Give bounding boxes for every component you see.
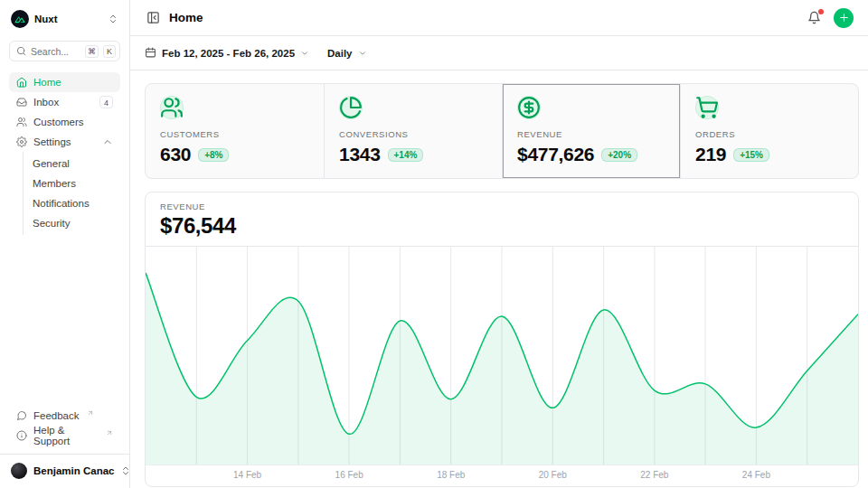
x-axis-tick-label: 18 Feb — [437, 470, 465, 480]
gear-icon — [16, 136, 27, 147]
sidebar-subnav: GeneralMembersNotificationsSecurity — [23, 152, 120, 235]
user-name: Benjamin Canac — [33, 465, 114, 476]
stat-value-row: 1343+14% — [339, 143, 487, 166]
stat-value: 630 — [160, 143, 191, 166]
stat-label: CUSTOMERS — [160, 129, 309, 140]
page-title: Home — [169, 11, 203, 24]
user-menu[interactable]: Benjamin Canac — [9, 463, 120, 479]
sidebar-divider — [0, 454, 129, 455]
sidebar-subitem-notifications[interactable]: Notifications — [24, 193, 120, 213]
avatar — [11, 463, 27, 479]
sidebar-subitem-general[interactable]: General — [24, 154, 120, 174]
main-area: Home Feb 12, 2025 - Feb 26, 2025 Daily — [130, 0, 868, 488]
top-header: Home — [130, 0, 868, 36]
x-axis-tick-label: 14 Feb — [233, 470, 261, 480]
stat-card-conversions[interactable]: CONVERSIONS1343+14% — [324, 84, 502, 178]
sidebar-item-label: Home — [33, 77, 61, 88]
search-icon — [16, 46, 26, 56]
sidebar-link-feedback[interactable]: Feedback — [9, 406, 120, 426]
sidebar-item-label: Settings — [33, 136, 71, 147]
sidebar-subitem-members[interactable]: Members — [24, 174, 120, 193]
sidebar-link-label: Help & Support — [33, 425, 99, 446]
sidebar-footer-links: FeedbackHelp & Support — [9, 406, 120, 446]
stat-delta-badge: +14% — [388, 148, 424, 162]
stat-value: 219 — [695, 143, 726, 166]
chart-title: REVENUE — [160, 202, 844, 212]
x-axis-tick-label: 22 Feb — [640, 470, 668, 480]
stat-value-row: 219+15% — [695, 143, 844, 166]
chart-pie-icon — [339, 96, 363, 119]
stat-value: 1343 — [339, 143, 381, 166]
period-label: Daily — [327, 48, 353, 59]
circle-dollar-icon — [517, 96, 541, 119]
chevron-down-icon — [358, 49, 367, 58]
stat-delta-badge: +15% — [733, 148, 769, 162]
sidebar-nav: HomeInbox4CustomersSettingsGeneralMember… — [9, 72, 120, 235]
nuxt-logo-icon — [11, 10, 29, 28]
search-placeholder: Search... — [31, 46, 80, 57]
home-icon — [16, 77, 27, 88]
stat-card-customers[interactable]: CUSTOMERS630+8% — [146, 84, 324, 178]
external-link-icon — [106, 429, 113, 436]
sidebar: Nuxt Search... ⌘ K HomeInbox4CustomersSe… — [0, 0, 130, 488]
sidebar-toggle-button[interactable] — [145, 9, 162, 26]
period-select[interactable]: Daily — [327, 48, 367, 59]
sidebar-item-label: Inbox — [33, 97, 59, 108]
x-axis-tick-label: 24 Feb — [742, 470, 770, 480]
inbox-count-badge: 4 — [99, 96, 113, 108]
chevrons-up-down-icon — [108, 14, 118, 24]
date-range-label: Feb 12, 2025 - Feb 26, 2025 — [162, 48, 295, 59]
stat-delta-badge: +8% — [198, 148, 229, 162]
sidebar-item-inbox[interactable]: Inbox4 — [9, 92, 120, 112]
sidebar-item-customers[interactable]: Customers — [9, 112, 120, 132]
users-icon — [160, 96, 184, 119]
app-window: Nuxt Search... ⌘ K HomeInbox4CustomersSe… — [0, 0, 868, 488]
search-input[interactable]: Search... ⌘ K — [9, 41, 120, 61]
chevron-up-icon — [102, 136, 113, 147]
stats-row: CUSTOMERS630+8%CONVERSIONS1343+14%REVENU… — [145, 83, 859, 179]
stat-card-orders[interactable]: ORDERS219+15% — [680, 84, 858, 178]
kbd-k: K — [103, 45, 116, 58]
stat-card-revenue[interactable]: REVENUE$477,626+20% — [502, 84, 680, 178]
x-axis-tick-label: 20 Feb — [539, 470, 567, 480]
calendar-icon — [145, 47, 156, 59]
panel-left-close-icon — [146, 11, 160, 24]
topbar-actions — [806, 8, 854, 28]
notifications-button[interactable] — [806, 9, 823, 26]
cart-icon — [695, 96, 719, 119]
info-icon — [16, 430, 27, 441]
sidebar-link-help-support[interactable]: Help & Support — [9, 426, 120, 446]
chart-svg — [146, 247, 858, 465]
date-range-picker[interactable]: Feb 12, 2025 - Feb 26, 2025 — [145, 47, 309, 59]
notification-dot — [818, 9, 824, 14]
external-link-icon — [87, 409, 94, 417]
revenue-chart-card: REVENUE $76,544 14 Feb16 Feb18 Feb20 Feb… — [145, 192, 859, 487]
sidebar-link-label: Feedback — [33, 410, 80, 421]
chart-x-axis: 14 Feb16 Feb18 Feb20 Feb22 Feb24 Feb — [146, 465, 858, 486]
revenue-area-chart[interactable] — [146, 247, 858, 465]
kbd-cmd: ⌘ — [85, 45, 99, 58]
plus-icon — [838, 12, 850, 23]
chat-bubble-icon — [16, 410, 27, 421]
workspace-switcher[interactable]: Nuxt — [9, 9, 120, 29]
stat-label: REVENUE — [517, 129, 665, 140]
stat-value-row: $477,626+20% — [517, 143, 665, 166]
sidebar-spacer — [9, 235, 120, 406]
filter-toolbar: Feb 12, 2025 - Feb 26, 2025 Daily — [130, 36, 868, 70]
add-button[interactable] — [834, 8, 854, 28]
inbox-icon — [16, 97, 27, 108]
stat-value: $477,626 — [517, 143, 594, 166]
x-axis-tick-label: 16 Feb — [335, 470, 363, 480]
users-icon — [16, 117, 27, 127]
chevron-down-icon — [300, 49, 309, 58]
sidebar-subitem-security[interactable]: Security — [24, 213, 120, 233]
stat-delta-badge: +20% — [601, 148, 637, 162]
stat-label: CONVERSIONS — [339, 129, 487, 140]
stat-value-row: 630+8% — [160, 143, 309, 166]
sidebar-item-settings[interactable]: Settings — [9, 132, 120, 152]
sidebar-item-home[interactable]: Home — [9, 72, 120, 92]
chart-header: REVENUE $76,544 — [146, 192, 858, 247]
chart-total-value: $76,544 — [160, 214, 844, 238]
stat-label: ORDERS — [695, 129, 844, 140]
sidebar-item-label: Customers — [33, 117, 84, 127]
